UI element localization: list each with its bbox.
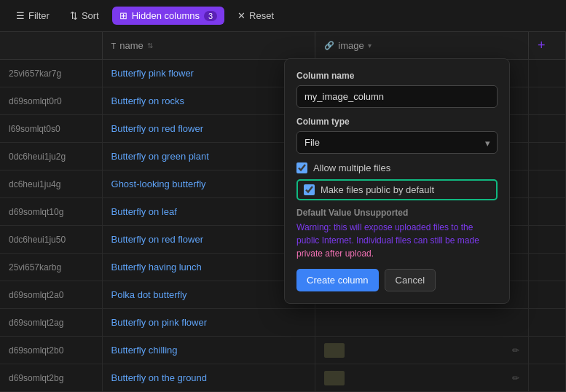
cell-extra [529,87,566,115]
reset-icon: ✕ [237,10,245,21]
cell-extra [529,115,566,143]
hidden-columns-button[interactable]: ⊞ Hidden columns 3 [112,7,224,25]
warning-text-2: private after upload. [296,248,374,259]
column-type-select[interactable]: File Image Attachment [296,131,498,154]
cell-name: Butterfly pink flower [102,60,315,87]
sort-button[interactable]: ⇅ Sort [63,7,106,25]
cell-name: Butterfly on red flower [102,115,315,143]
cell-extra [529,60,566,87]
cancel-button[interactable]: Cancel [385,269,436,291]
name-col-label: name [119,40,144,51]
edit-icon: ✏ [512,345,519,356]
cell-id: d69somlqt2b0 [0,337,102,364]
sort-icon: ⇅ [70,10,78,21]
cell-extra [529,337,566,364]
hidden-columns-badge: 3 [204,11,217,21]
column-settings-popup: Column name Column type File Image Attac… [284,58,510,304]
cell-name: Butterfly on leaf [102,198,315,226]
cell-image: ✏ [315,337,529,364]
cell-id: d69somlqt2ag [0,309,102,337]
table-header-row: T name ⇅ 🔗 image ▾ + [0,32,566,60]
table-row: d69somlqt2b0Butterfly chilling✏ [0,337,566,364]
cell-extra [529,170,566,198]
image-col-pin-icon: 🔗 [324,41,334,50]
cell-image [315,309,529,337]
cell-id: d69somlqt10g [0,198,102,226]
cell-extra [529,281,566,309]
cell-extra [529,226,566,254]
cell-name: Butterfly chilling [102,337,315,364]
filter-button[interactable]: ☰ Filter [9,7,57,25]
cell-id: 25vi657kar7g [0,60,102,87]
cell-name: Butterfly on green plant [102,143,315,170]
cell-name: Butterfly on the ground [102,364,315,392]
thumbnail [324,343,345,358]
cell-id: 25vi657karbg [0,254,102,281]
edit-icon: ✏ [512,373,519,383]
cell-id: d69somlqt2bg [0,364,102,392]
column-name-input[interactable] [296,85,498,108]
col-header-add[interactable]: + [529,32,566,60]
warning-section: Default Value Unsupported Warning: this … [296,208,498,260]
warning-title: Default Value Unsupported [296,208,498,218]
popup-actions: Create column Cancel [296,269,498,291]
thumbnail [324,371,345,385]
name-col-sort-icon: ⇅ [147,42,153,50]
cell-image: ✏ [315,364,529,392]
warning-text-1: Warning: this will expose uploaded files… [296,222,479,246]
cell-name: Butterfly having lunch [102,254,315,281]
make-public-label[interactable]: Make files public by default [321,184,434,195]
create-column-button[interactable]: Create column [296,269,379,291]
cell-id: 0dc6heui1ju50 [0,226,102,254]
cell-id: 0dc6heui1ju2g [0,143,102,170]
filter-icon: ☰ [16,10,25,21]
make-public-checkbox[interactable] [304,184,315,195]
cell-name: Ghost-looking butterfly [102,170,315,198]
col-header-id [0,32,102,60]
allow-multiple-checkbox[interactable] [296,162,307,173]
cell-name: Butterfly on red flower [102,226,315,254]
add-column-icon: + [538,38,546,52]
hidden-columns-label: Hidden columns [132,10,200,21]
cell-name: Butterfly on pink flower [102,309,315,337]
cell-extra [529,143,566,170]
table-container: T name ⇅ 🔗 image ▾ + 25vi657ka [0,32,566,392]
name-col-type-icon: T [111,42,117,50]
cell-extra [529,254,566,281]
cell-id: l69somlqt0s0 [0,115,102,143]
table-row: d69somlqt2agButterfly on pink flower [0,309,566,337]
filter-label: Filter [28,10,50,21]
col-header-image[interactable]: 🔗 image ▾ [315,32,529,60]
allow-multiple-row: Allow multiple files [296,162,498,173]
cell-id: d69somlqt0r0 [0,87,102,115]
col-header-name[interactable]: T name ⇅ [102,32,315,60]
image-col-sort-icon: ▾ [368,42,372,50]
cell-extra [529,364,566,392]
cell-extra [529,309,566,337]
cell-id: dc6heui1ju4g [0,170,102,198]
image-col-label: image [338,40,363,51]
cell-id: d69somlqt2a0 [0,281,102,309]
reset-button[interactable]: ✕ Reset [230,7,281,25]
warning-text: Warning: this will expose uploaded files… [296,221,498,260]
column-type-label: Column type [296,117,498,127]
cell-name: Polka dot butterfly [102,281,315,309]
cell-name: Butterfly on rocks [102,87,315,115]
columns-icon: ⊞ [119,10,127,21]
make-public-row: Make files public by default [296,179,498,200]
column-name-label: Column name [296,71,498,81]
allow-multiple-label[interactable]: Allow multiple files [313,162,390,173]
cell-extra [529,198,566,226]
column-type-select-wrap: File Image Attachment ▾ [296,131,498,154]
sort-label: Sort [82,10,99,21]
toolbar: ☰ Filter ⇅ Sort ⊞ Hidden columns 3 ✕ Res… [0,0,566,32]
reset-label: Reset [249,10,274,21]
table-row: d69somlqt2bgButterfly on the ground✏ [0,364,566,392]
